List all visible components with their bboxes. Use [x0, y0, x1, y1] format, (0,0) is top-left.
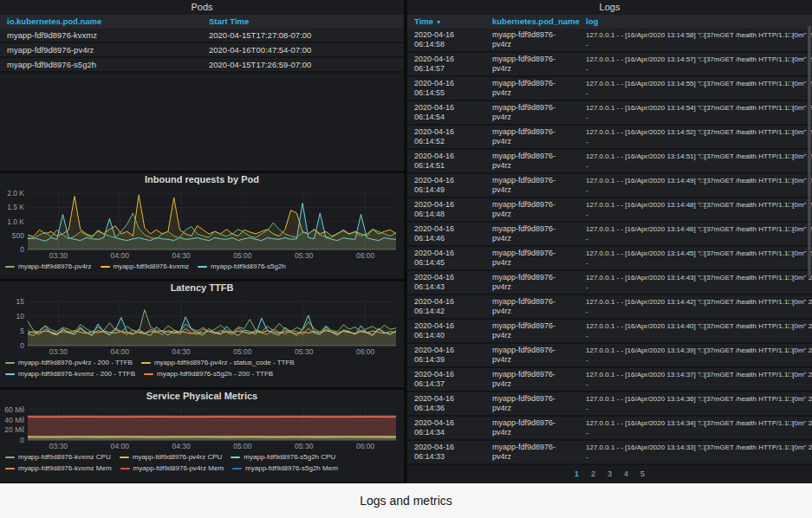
log-message-line2: - — [586, 355, 812, 365]
column-header-log[interactable]: log — [579, 15, 812, 29]
legend-item[interactable]: myapp-fdf9d8976-kvxmz Mem — [5, 463, 112, 474]
column-header-time[interactable]: Time ▼ — [407, 15, 485, 29]
log-pod-cell: myapp-fdf9d8976-pv4rz — [485, 247, 579, 269]
log-message-line1: 127.0.0.1 - - [16/Apr/2020 13:14:55] "□[… — [586, 79, 812, 88]
log-time-line: 06:14:52 — [414, 137, 485, 146]
page-button[interactable]: 3 — [607, 469, 612, 478]
svg-text:20 Mil: 20 Mil — [4, 425, 24, 434]
service-physical-metrics-title[interactable]: Service Physical Metrics — [0, 390, 404, 403]
svg-text:0: 0 — [20, 436, 24, 444]
log-date-line: 2020-04-16 — [414, 443, 485, 452]
log-pod-line2: pv4rz — [492, 307, 579, 316]
log-time-cell: 2020-04-1606:14:37 — [407, 368, 485, 391]
legend-series-label: myapp-fdf9d8976-kvxmz - 200 - TTFB — [18, 369, 135, 379]
log-message-line2: - — [586, 185, 812, 195]
log-message-line2: - — [586, 161, 812, 171]
page-button[interactable]: 1 — [575, 469, 579, 478]
legend-item[interactable]: myapp-fdf9d8976-s5g2h CPU — [231, 452, 335, 463]
log-pod-line1: myapp-fdf9d8976- — [492, 394, 579, 404]
log-time-cell: 2020-04-1606:14:52 — [407, 126, 485, 148]
legend-item[interactable]: myapp-fdf9d8976-s5g2h - 200 - TTFB — [144, 369, 273, 379]
legend-series-color-icon — [120, 468, 130, 469]
log-pod-line1: myapp-fdf9d8976- — [492, 79, 579, 88]
page-button[interactable]: 4 — [624, 469, 628, 478]
log-date-line: 2020-04-16 — [414, 127, 485, 137]
legend-item[interactable]: myapp-fdf9d8976-pv4rz - 200 - TTFB — [5, 358, 133, 368]
logs-table-row: 2020-04-1606:14:54myapp-fdf9d8976-pv4rz1… — [407, 101, 812, 126]
inbound-requests-title[interactable]: Inbound requests by Pod — [0, 173, 404, 186]
inbound-requests-chart[interactable]: 05001.0 K1.5 K2.0 K03:3004:0004:3005:000… — [2, 186, 401, 261]
service-physical-metrics-legend: myapp-fdf9d8976-kvxmz CPUmyapp-fdf9d8976… — [0, 451, 404, 474]
legend-series-color-icon — [144, 373, 153, 375]
log-date-line: 2020-04-16 — [414, 55, 485, 64]
legend-item[interactable]: myapp-fdf9d8976-pv4rz — [5, 262, 92, 272]
log-message-line1: 127.0.0.1 - - [16/Apr/2020 13:14:40] "□[… — [586, 321, 812, 331]
log-pod-line2: pv4rz — [492, 88, 579, 98]
pod-name-cell: myapp-fdf9d8976-kvxmz — [0, 29, 202, 42]
log-message-line2: - — [586, 137, 812, 146]
log-pod-cell: myapp-fdf9d8976-pv4rz — [485, 271, 579, 294]
caption-bar: Logs and metrics — [0, 483, 812, 518]
logs-scrollbar[interactable] — [808, 26, 811, 277]
log-time-cell: 2020-04-1606:14:43 — [407, 271, 485, 294]
column-header-pod-name[interactable]: io.kubernetes.pod.name — [0, 15, 202, 29]
log-pod-line1: myapp-fdf9d8976- — [492, 297, 579, 307]
log-time-cell: 2020-04-1606:14:45 — [407, 247, 485, 269]
log-pod-line1: myapp-fdf9d8976- — [492, 224, 579, 234]
log-message-cell: 127.0.0.1 - - [16/Apr/2020 13:14:40] "□[… — [579, 320, 812, 342]
log-message-line1: 127.0.0.1 - - [16/Apr/2020 13:14:52] "□[… — [586, 127, 812, 137]
svg-text:05:30: 05:30 — [295, 442, 314, 450]
legend-item[interactable]: myapp-fdf9d8976-s5g2h Mem — [232, 463, 338, 474]
service-physical-metrics-chart[interactable]: 020 Mil40 Mil60 Mil03:3004:0004:3005:000… — [2, 403, 401, 451]
legend-series-label: myapp-fdf9d8976-kvxmz Mem — [18, 463, 112, 474]
log-pod-line1: myapp-fdf9d8976- — [492, 30, 579, 40]
log-date-line: 2020-04-16 — [414, 418, 485, 428]
log-time-line: 06:14:43 — [414, 282, 485, 292]
log-time-line: 06:14:57 — [414, 64, 485, 74]
logs-table-row: 2020-04-1606:14:33myapp-fdf9d8976-pv4rz1… — [407, 441, 812, 465]
log-pod-line1: myapp-fdf9d8976- — [492, 321, 579, 331]
legend-item[interactable]: myapp-fdf9d8976-pv4rz CPU — [120, 452, 223, 463]
pods-panel-title[interactable]: Pods — [0, 0, 404, 15]
legend-item[interactable]: myapp-fdf9d8976-kvxmz CPU — [5, 452, 111, 463]
latency-ttfb-title[interactable]: Latency TTFB — [0, 282, 404, 295]
svg-text:5: 5 — [20, 327, 24, 335]
page-button[interactable]: 2 — [591, 469, 595, 478]
log-message-line2: - — [586, 88, 812, 98]
legend-item[interactable]: myapp-fdf9d8976-s5g2h — [198, 262, 286, 272]
legend-series-color-icon — [5, 468, 15, 469]
legend-series-label: myapp-fdf9d8976-pv4rz - 200 - TTFB — [18, 358, 133, 368]
log-message-line1: 127.0.0.1 - - [16/Apr/2020 13:14:58] "□[… — [586, 30, 812, 40]
legend-series-color-icon — [5, 266, 15, 268]
log-message-line1: 127.0.0.1 - - [16/Apr/2020 13:14:33] "□[… — [586, 443, 812, 452]
svg-text:04:00: 04:00 — [111, 251, 130, 260]
legend-item[interactable]: myapp-fdf9d8976-kvxmz - 200 - TTFB — [5, 369, 135, 379]
log-message-cell: 127.0.0.1 - - [16/Apr/2020 13:14:57] "□[… — [579, 53, 812, 75]
logs-table-row: 2020-04-1606:14:45myapp-fdf9d8976-pv4rz1… — [407, 247, 812, 271]
column-header-time-label: Time — [414, 16, 433, 26]
log-message-cell: 127.0.0.1 - - [16/Apr/2020 13:14:42] "□[… — [579, 295, 812, 318]
column-header-pod-name[interactable]: kubernetes.pod_name — [485, 15, 579, 29]
legend-item[interactable]: myapp-fdf9d8976-pv4rz - status_code - TT… — [141, 358, 295, 368]
column-header-start-time[interactable]: Start Time — [202, 15, 404, 29]
log-pod-line2: pv4rz — [492, 452, 579, 462]
log-date-line: 2020-04-16 — [414, 394, 485, 404]
log-message-cell: 127.0.0.1 - - [16/Apr/2020 13:14:36] "□[… — [579, 392, 812, 415]
logs-table-row: 2020-04-1606:14:42myapp-fdf9d8976-pv4rz1… — [407, 295, 812, 320]
log-pod-line2: pv4rz — [492, 282, 579, 292]
legend-item[interactable]: myapp-fdf9d8976-kvxmz — [101, 262, 190, 272]
logs-table-row: 2020-04-1606:14:43myapp-fdf9d8976-pv4rz1… — [407, 271, 812, 295]
logs-table-row: 2020-04-1606:14:49myapp-fdf9d8976-pv4rz1… — [407, 174, 812, 198]
svg-text:05:30: 05:30 — [295, 251, 314, 260]
legend-series-label: myapp-fdf9d8976-kvxmz — [114, 262, 190, 272]
pod-name-cell: myapp-fdf9d8976-pv4rz — [0, 43, 202, 56]
latency-ttfb-chart[interactable]: 05101503:3004:0004:3005:0005:3006:00 — [2, 295, 401, 357]
log-pod-line2: pv4rz — [492, 331, 579, 340]
svg-text:500: 500 — [12, 231, 24, 240]
log-message-cell: 127.0.0.1 - - [16/Apr/2020 13:14:52] "□[… — [579, 126, 812, 148]
legend-item[interactable]: myapp-fdf9d8976-pv4rz Mem — [120, 463, 224, 474]
pods-table-row: myapp-fdf9d8976-s5g2h2020-04-15T17:26:59… — [0, 58, 404, 73]
logs-panel-title[interactable]: Logs — [407, 0, 812, 15]
inbound-requests-legend: myapp-fdf9d8976-pv4rzmyapp-fdf9d8976-kvx… — [0, 261, 404, 272]
page-button[interactable]: 5 — [640, 469, 645, 478]
